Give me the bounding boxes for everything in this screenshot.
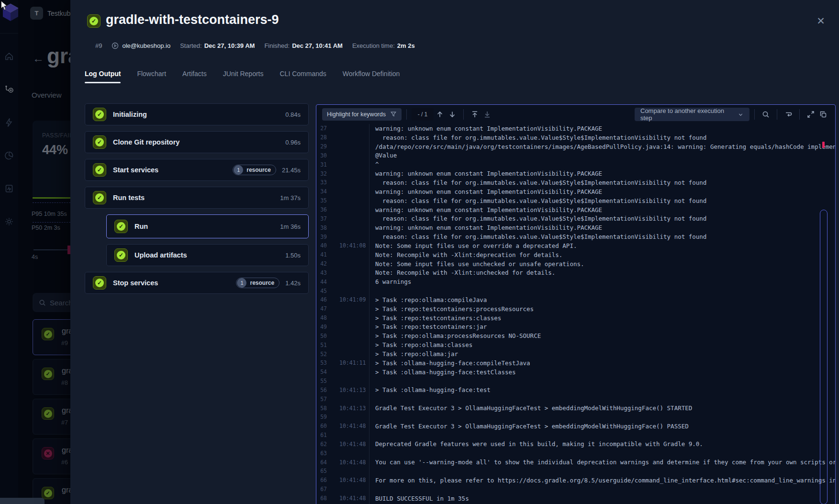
step-label: Start services bbox=[113, 166, 158, 174]
log-text: Gradle Test Executor 3 > OllamaHuggingFa… bbox=[375, 423, 689, 430]
step-label: Run tests bbox=[113, 194, 145, 202]
step-status-passed-icon: ✓ bbox=[114, 248, 128, 262]
log-text: @Value bbox=[375, 152, 397, 159]
step-duration: 0.96s bbox=[285, 139, 301, 146]
step-label: Initializing bbox=[113, 111, 147, 118]
scrollbar-thumb[interactable] bbox=[820, 210, 828, 504]
log-line: 61 bbox=[316, 431, 835, 440]
log-line-number: 36 bbox=[319, 206, 327, 213]
triggered-by-user: ole@kubeshop.io bbox=[122, 42, 170, 49]
tab-workflow-definition[interactable]: Workflow Definition bbox=[343, 70, 400, 83]
log-line: 48> Task :repo:testcontainers:classes bbox=[316, 314, 835, 323]
log-text: Note: Some input files use or override a… bbox=[375, 242, 577, 249]
log-text: > Task :repo:testcontainers:jar bbox=[375, 323, 487, 330]
step-row[interactable]: ✓Start services1resource21.45s bbox=[85, 159, 309, 181]
log-line: 6610:41:48For more on this, please refer… bbox=[316, 476, 835, 485]
step-row[interactable]: ✓Run tests1m 37s bbox=[85, 187, 309, 209]
log-line: 63 bbox=[316, 448, 835, 458]
resource-badge: 1resource bbox=[233, 165, 276, 175]
arrow-up-icon[interactable] bbox=[434, 108, 446, 121]
log-line: 43Note: Recompile with -Xlint:unchecked … bbox=[316, 269, 835, 278]
step-row[interactable]: ✓Stop services1resource1.42s bbox=[85, 272, 309, 294]
log-text: warning: unknown enum constant Implement… bbox=[375, 206, 602, 213]
log-line-number: 28 bbox=[319, 134, 327, 141]
modal-tabs: Log OutputFlowchartArtifactsJUnit Report… bbox=[85, 70, 400, 83]
log-text: You can use '--warning-mode all' to show… bbox=[375, 459, 835, 466]
log-text: warning: unknown enum constant Implement… bbox=[375, 224, 602, 231]
log-line-number: 58 bbox=[319, 405, 327, 412]
resource-label: resource bbox=[246, 167, 271, 173]
started-meta: Started: Dec 27, 10:39 AM bbox=[180, 42, 255, 49]
execution-detail-modal: ✓ gradle-with-testcontainers-9 ✕ #9 ole@… bbox=[70, 0, 839, 504]
expand-icon[interactable] bbox=[805, 108, 817, 121]
log-text: warning: unknown enum constant Implement… bbox=[375, 170, 602, 177]
step-row[interactable]: ✓Run1m 36s bbox=[106, 214, 309, 238]
step-status-passed-icon: ✓ bbox=[93, 108, 106, 121]
log-line-number: 46 bbox=[319, 296, 327, 303]
log-line-number: 42 bbox=[319, 260, 327, 267]
step-status-passed-icon: ✓ bbox=[93, 163, 106, 177]
step-duration: 21.45s bbox=[282, 167, 301, 174]
app-root: T Testkube ← gra Overview PASS/FAIL 44% … bbox=[0, 0, 839, 504]
execution-meta: #9 ole@kubeshop.io Started: Dec 27, 10:3… bbox=[95, 42, 415, 49]
step-row[interactable]: ✓Clone Git repository0.96s bbox=[85, 131, 309, 153]
log-line-number: 64 bbox=[319, 459, 327, 466]
highlight-keywords-button[interactable]: Highlight for keywords bbox=[322, 108, 402, 121]
toolbar-divider bbox=[754, 109, 755, 120]
log-line: 34warning: unknown enum constant Impleme… bbox=[316, 187, 835, 196]
tab-junit-reports[interactable]: JUnit Reports bbox=[223, 70, 264, 83]
tab-artifacts[interactable]: Artifacts bbox=[182, 70, 207, 83]
log-text: > Task :repo:testcontainers:classes bbox=[375, 314, 501, 322]
log-text: > Task :repo:ollama:jar bbox=[375, 350, 458, 358]
finished-meta: Finished: Dec 27, 10:41 AM bbox=[264, 42, 343, 49]
log-line-number: 61 bbox=[319, 432, 327, 438]
log-body[interactable]: 27warning: unknown enum constant Impleme… bbox=[316, 124, 835, 504]
tab-flowchart[interactable]: Flowchart bbox=[137, 70, 166, 83]
close-icon[interactable]: ✕ bbox=[814, 14, 828, 28]
log-line-number: 38 bbox=[319, 224, 327, 231]
triggered-by: ole@kubeshop.io bbox=[112, 42, 170, 49]
tab-log-output[interactable]: Log Output bbox=[85, 70, 121, 83]
arrow-down-icon[interactable] bbox=[446, 108, 459, 121]
finished-label: Finished: bbox=[264, 42, 290, 49]
resource-badge: 1resource bbox=[236, 278, 280, 288]
log-line-number: 60 bbox=[319, 423, 327, 429]
log-line: 49> Task :repo:testcontainers:jar bbox=[316, 323, 835, 332]
wrap-text-icon[interactable] bbox=[782, 108, 794, 121]
log-line: 6210:41:48Deprecated Gradle features wer… bbox=[316, 440, 835, 449]
log-line-number: 40 bbox=[319, 242, 327, 249]
log-line: 37 reason: class file for org.immutables… bbox=[316, 214, 835, 223]
compare-step-select[interactable]: Compare to another execution step bbox=[635, 108, 750, 121]
highlight-keywords-label: Highlight for keywords bbox=[327, 111, 386, 118]
search-icon[interactable] bbox=[760, 108, 772, 121]
log-line: 30@Value bbox=[316, 151, 835, 160]
log-text: reason: class file for org.immutables.va… bbox=[375, 179, 706, 186]
log-text: Deprecated Gradle features were used in … bbox=[375, 440, 703, 448]
log-line-number: 55 bbox=[319, 378, 327, 384]
log-line: 27warning: unknown enum constant Impleme… bbox=[316, 124, 835, 133]
chevron-down-icon bbox=[738, 112, 744, 118]
resource-label: resource bbox=[250, 280, 274, 286]
log-text: reason: class file for org.immutables.va… bbox=[375, 233, 706, 240]
scroll-to-bottom-icon[interactable] bbox=[481, 108, 493, 121]
step-row[interactable]: ✓Upload artifacts1.50s bbox=[106, 244, 309, 266]
log-line: 32warning: unknown enum constant Impleme… bbox=[316, 169, 835, 178]
log-line-number: 37 bbox=[319, 215, 327, 222]
log-line: 35 reason: class file for org.immutables… bbox=[316, 196, 835, 205]
tab-cli-commands[interactable]: CLI Commands bbox=[280, 70, 326, 83]
log-line-number: 52 bbox=[319, 351, 327, 358]
log-text: Note: Recompile with -Xlint:deprecation … bbox=[375, 251, 562, 258]
log-line-number: 39 bbox=[319, 234, 327, 240]
resource-count: 1 bbox=[234, 165, 243, 175]
step-row[interactable]: ✓Initializing0.84s bbox=[85, 103, 309, 125]
step-duration: 0.84s bbox=[285, 111, 301, 118]
log-line: 42Note: Some input files use unchecked o… bbox=[316, 259, 835, 269]
scroll-to-top-icon[interactable] bbox=[469, 108, 481, 121]
copy-icon[interactable] bbox=[817, 108, 829, 121]
scrollbar-error-mark bbox=[822, 142, 825, 148]
step-status-passed-icon: ✓ bbox=[114, 220, 128, 233]
search-match-counter: - / 1 bbox=[412, 108, 434, 121]
step-status-passed-icon: ✓ bbox=[93, 191, 106, 204]
log-line-number: 35 bbox=[319, 197, 327, 204]
filter-funnel-icon bbox=[390, 111, 397, 118]
